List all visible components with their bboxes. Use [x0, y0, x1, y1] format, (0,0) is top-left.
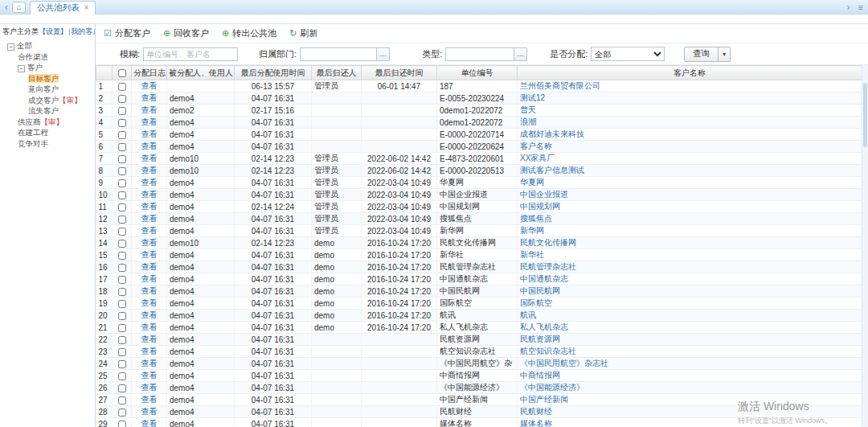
row-checkbox[interactable] — [118, 107, 126, 115]
customer-name-link[interactable]: 民航资源网 — [520, 335, 560, 343]
view-log-link[interactable]: 查看 — [141, 154, 158, 162]
row-checkbox[interactable] — [118, 167, 126, 175]
search-button[interactable]: 查询 — [684, 47, 719, 62]
customer-name-link[interactable]: 新华网 — [520, 226, 544, 235]
recycle-customer-button[interactable]: ⊕回收客户 — [163, 27, 209, 39]
row-checkbox[interactable] — [118, 240, 126, 248]
view-log-link[interactable]: 查看 — [141, 238, 158, 247]
customer-name-link[interactable]: 搜狐焦点 — [520, 214, 552, 223]
customer-name-link[interactable]: 测试12 — [520, 93, 545, 102]
column-header[interactable]: 最后分配使用时间 — [235, 66, 312, 80]
row-checkbox[interactable] — [118, 119, 126, 127]
home-icon[interactable]: ⌂ — [12, 2, 26, 13]
view-log-link[interactable]: 查看 — [141, 335, 158, 343]
customer-name-link[interactable]: 媒体名称 — [520, 419, 552, 427]
view-log-link[interactable]: 查看 — [141, 359, 158, 367]
dept-picker-button[interactable]: … — [377, 47, 390, 61]
row-checkbox[interactable] — [118, 131, 126, 139]
row-checkbox[interactable] — [118, 252, 126, 260]
tree-item[interactable]: 供应商【审】 — [2, 117, 95, 128]
tab-list-icon[interactable]: ≡ — [858, 2, 863, 12]
search-dropdown-arrow[interactable]: ▼ — [719, 47, 731, 62]
view-log-link[interactable]: 查看 — [141, 250, 158, 259]
row-checkbox[interactable] — [118, 384, 126, 392]
tree-collapse-icon[interactable]: − — [7, 43, 14, 51]
view-log-link[interactable]: 查看 — [141, 226, 158, 235]
tree-item[interactable]: 目标客户 — [2, 73, 95, 84]
customer-name-link[interactable]: 民航管理杂志社 — [520, 262, 576, 271]
row-checkbox[interactable] — [118, 216, 126, 224]
row-checkbox[interactable] — [118, 421, 126, 427]
customer-name-link[interactable]: 中国通航杂志 — [520, 274, 568, 283]
view-log-link[interactable]: 查看 — [141, 166, 158, 174]
customer-name-link[interactable]: 航空知识杂志社 — [520, 347, 576, 355]
row-checkbox[interactable] — [118, 228, 126, 236]
assigned-select[interactable]: 全部 — [591, 47, 665, 61]
forward-icon[interactable]: › — [847, 2, 850, 12]
view-log-link[interactable]: 查看 — [141, 129, 158, 138]
type-picker-button[interactable]: … — [514, 47, 527, 61]
customer-name-link[interactable]: 中国企业报道 — [520, 190, 568, 199]
customer-name-link[interactable]: 成都好迪未来科技 — [520, 129, 584, 138]
view-log-link[interactable]: 查看 — [141, 105, 158, 114]
tree-item[interactable]: 竞争对手 — [2, 138, 95, 150]
dept-input[interactable] — [300, 47, 377, 61]
column-header[interactable]: 单位编号 — [437, 66, 518, 80]
sidebar-myview-link[interactable]: 我的客户视图 — [71, 27, 96, 35]
row-checkbox[interactable] — [118, 336, 126, 344]
customer-name-link[interactable]: 中商情报网 — [520, 371, 560, 380]
view-log-link[interactable]: 查看 — [141, 407, 158, 416]
tab-close-icon[interactable]: × — [84, 3, 89, 12]
customer-name-link[interactable]: 兰州佰美商贸有限公司 — [520, 81, 600, 90]
view-log-link[interactable]: 查看 — [141, 286, 158, 295]
transfer-out-pool-button[interactable]: ⊕转出公共池 — [222, 27, 276, 39]
view-log-link[interactable]: 查看 — [141, 383, 158, 392]
customer-name-link[interactable]: 航讯 — [520, 310, 536, 319]
tree-collapse-icon[interactable]: − — [18, 65, 25, 72]
customer-name-link[interactable]: 民航文化传播网 — [520, 238, 576, 247]
row-checkbox[interactable] — [118, 155, 126, 163]
row-checkbox[interactable] — [118, 409, 126, 417]
customer-name-link[interactable]: 华夏网 — [520, 178, 544, 187]
customer-name-link[interactable]: 《中国能源经济》 — [520, 383, 584, 392]
view-log-link[interactable]: 查看 — [141, 81, 158, 90]
view-log-link[interactable]: 查看 — [141, 190, 158, 199]
row-checkbox[interactable] — [118, 288, 126, 296]
sidebar-settings-link[interactable]: 【设置】 — [39, 27, 68, 35]
row-checkbox[interactable] — [118, 300, 126, 308]
view-log-link[interactable]: 查看 — [141, 419, 158, 427]
view-log-link[interactable]: 查看 — [141, 214, 158, 223]
row-checkbox[interactable] — [118, 324, 126, 332]
row-checkbox[interactable] — [118, 191, 126, 199]
tree-item[interactable]: 在建工程 — [2, 127, 95, 138]
row-checkbox[interactable] — [118, 312, 126, 320]
column-header[interactable]: 分配日志 — [132, 66, 167, 80]
view-log-link[interactable]: 查看 — [141, 262, 158, 271]
select-all-checkbox[interactable] — [118, 69, 126, 77]
row-checkbox[interactable] — [118, 396, 126, 404]
type-input[interactable] — [445, 47, 514, 61]
row-checkbox[interactable] — [118, 203, 126, 211]
back-icon[interactable]: ‹ — [5, 2, 8, 12]
column-header[interactable]: 被分配人、使用人 — [167, 66, 235, 80]
column-header[interactable]: 客户名称 — [518, 66, 862, 80]
refresh-button[interactable]: ↻刷新 — [289, 27, 317, 39]
customer-name-link[interactable]: 新华社 — [520, 250, 544, 259]
customer-name-link[interactable]: 《中国民用航空》杂志社 — [520, 359, 608, 367]
column-header[interactable]: 最后归还时间 — [362, 66, 437, 80]
customer-name-link[interactable]: 浪潮 — [520, 117, 536, 126]
customer-name-link[interactable]: 客户名称 — [520, 142, 552, 150]
view-log-link[interactable]: 查看 — [141, 371, 158, 380]
view-log-link[interactable]: 查看 — [141, 178, 158, 187]
customer-name-link[interactable]: 中国规划网 — [520, 202, 560, 211]
view-log-link[interactable]: 查看 — [141, 117, 158, 126]
row-checkbox[interactable] — [118, 179, 126, 187]
tree-item[interactable]: 意向客户 — [2, 84, 95, 95]
assign-customer-button[interactable]: ☑分配客户 — [104, 27, 150, 39]
row-checkbox[interactable] — [118, 348, 126, 356]
row-checkbox[interactable] — [118, 83, 126, 91]
row-checkbox[interactable] — [118, 264, 126, 272]
tree-item[interactable]: 合作渠道 — [2, 51, 95, 63]
view-log-link[interactable]: 查看 — [141, 322, 158, 331]
view-log-link[interactable]: 查看 — [141, 395, 158, 404]
